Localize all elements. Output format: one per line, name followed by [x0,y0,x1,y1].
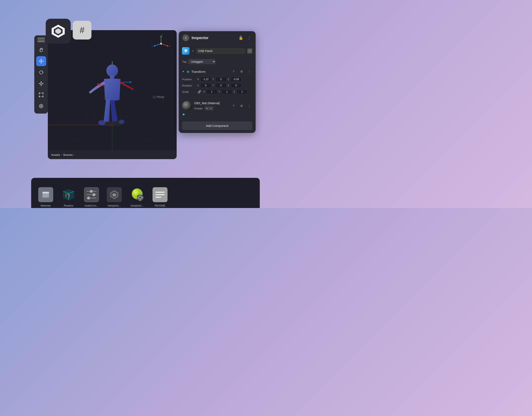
persp-text: Persp [156,95,164,99]
svg-rect-91 [137,197,138,198]
object-active-checkmark[interactable]: ✓ [192,49,194,53]
scale-chain-icon[interactable]: 🔗 [198,90,201,93]
audiocomponent-label: AudioCom... [85,204,98,207]
rotation-y-group: Y [212,83,226,88]
add-component-button[interactable]: Add Component [182,121,252,130]
position-y-field[interactable] [216,77,226,81]
svg-rect-24 [42,96,43,97]
more-options-icon[interactable]: ⋮ [247,35,252,41]
readme-doc-label: README [155,204,165,207]
svg-point-80 [87,197,90,199]
audio-icon [84,187,99,202]
svg-text:{"}: {"} [65,193,70,197]
hash-icon-box[interactable]: # [73,21,91,40]
svg-marker-53 [130,81,132,83]
scale-z-field[interactable] [237,89,247,94]
position-x-group: X [197,77,211,81]
shader-dropdown-btn[interactable]: ≡ ▼ [204,106,214,110]
svg-point-28 [40,105,42,107]
rotation-z-field[interactable] [231,83,241,88]
position-row: Position X Y Z [182,77,252,81]
rotation-x-field[interactable] [200,83,211,88]
scene-panel[interactable]: y x z ◁ Persp Assets [48,30,177,159]
scale-y-field[interactable] [221,89,232,94]
material-expand-icon[interactable]: ▶ [183,112,185,116]
toolbar [34,35,48,114]
character-svg [85,61,139,134]
asset-item-audiocomponent[interactable]: AudioCom... [83,187,100,207]
rotation-z-label: Z [228,84,230,87]
scale-y-group: Y [218,89,232,94]
material-header: OBS_Mat (Material) Shader ≡ ▼ ? ⚙ ⋮ [182,101,252,111]
menu-button[interactable] [38,38,45,42]
position-x-label: X [197,78,200,81]
svg-line-45 [154,122,164,151]
materials-icon [38,187,53,202]
transform-help-button[interactable]: ? [231,69,237,74]
object-minus-button[interactable]: − [247,49,252,53]
assets-panel: Materials {"} Readme [31,178,260,208]
asset-item-samplescene2[interactable]: SampleSc... [129,187,145,207]
transform-settings-button[interactable]: ⚙ [238,69,244,74]
scene-viewport: y x z ◁ Persp Assets [48,30,177,159]
rotation-label: Rotation [182,84,196,87]
tag-label: Tag [182,60,186,63]
svg-point-55 [98,120,105,125]
tag-dropdown[interactable]: Untagged MainCamera Player GameControlle… [188,59,216,64]
asset-item-samplescene1[interactable]: SampleSc... [106,187,123,207]
asset-item-readme[interactable]: {"} Readme [60,187,77,207]
main-container: # [19,19,247,189]
rotation-row: Rotation X Y Z [182,83,252,88]
lock-icon[interactable]: 🔓 [238,35,244,41]
rotate-tool-button[interactable] [36,67,46,77]
material-info: OBS_Mat (Material) Shader ≡ ▼ [194,101,228,110]
rotation-z-group: Z [228,83,241,88]
svg-point-69 [160,43,162,45]
breadcrumb-scenes[interactable]: Scenes [63,153,73,156]
transform-expand-icon[interactable]: ▼ [182,70,185,73]
hash-symbol: # [80,25,84,35]
rect-tool-button[interactable] [36,90,46,100]
transform-more-button[interactable]: ⋮ [247,69,252,74]
scale-fields: X Y Z [203,89,252,94]
svg-marker-7 [39,60,40,62]
rotation-y-field[interactable] [216,83,226,88]
hand-tool-button[interactable] [36,45,46,55]
position-y-group: Y [212,77,226,81]
object-name-input[interactable] [196,48,245,54]
svg-text:z: z [152,45,153,47]
breadcrumb-assets[interactable]: Assets [51,153,60,156]
material-help-button[interactable]: ? [231,103,237,109]
scale-tool-button[interactable] [36,79,46,89]
svg-rect-18 [39,83,39,84]
svg-rect-71 [42,192,49,193]
svg-rect-90 [139,200,141,201]
svg-point-78 [93,193,95,196]
material-settings-button[interactable]: ⚙ [238,103,244,109]
position-z-field[interactable] [231,77,241,81]
material-more-button[interactable]: ⋮ [247,103,252,109]
tag-row: Tag Untagged MainCamera Player GameContr… [179,57,256,66]
scale-z-group: Z [234,89,247,94]
move-tool-button[interactable] [36,56,46,66]
svg-point-56 [119,119,124,124]
svg-rect-22 [42,93,43,94]
transform-all-tool-button[interactable] [36,101,46,111]
transform-section-header: ▼ ⊕ Transform ? ⚙ ⋮ [182,69,252,74]
persp-label: ◁ Persp [152,95,164,99]
shader-dropdown-arrow: ▼ [210,107,212,110]
asset-item-materials[interactable]: Materials [38,187,54,207]
asset-item-readme-doc[interactable]: README [152,187,168,207]
scale-x-field[interactable] [206,89,217,94]
position-x-field[interactable] [200,77,211,81]
svg-marker-6 [40,63,42,64]
material-expand-row: ▶ [182,112,252,116]
scale-x-group: X [203,89,217,94]
shader-list-icon: ≡ [206,107,209,110]
position-y-label: Y [212,78,215,81]
rotation-x-group: X [197,83,211,88]
svg-text:y: y [162,34,163,36]
shader-row: Shader ≡ ▼ [194,106,228,110]
unity-logo-icon [51,24,66,39]
assets-breadcrumb-bar: Assets › Scenes › [48,150,177,159]
